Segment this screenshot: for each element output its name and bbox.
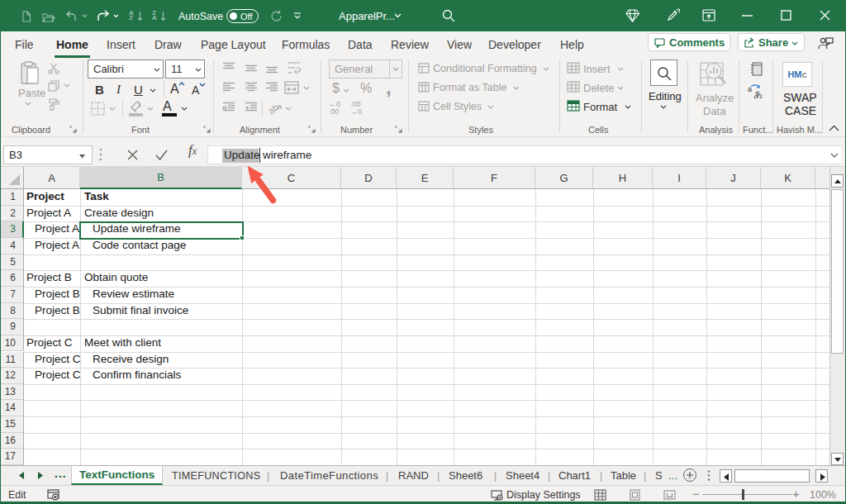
- svg-text:あ: あ: [753, 89, 763, 98]
